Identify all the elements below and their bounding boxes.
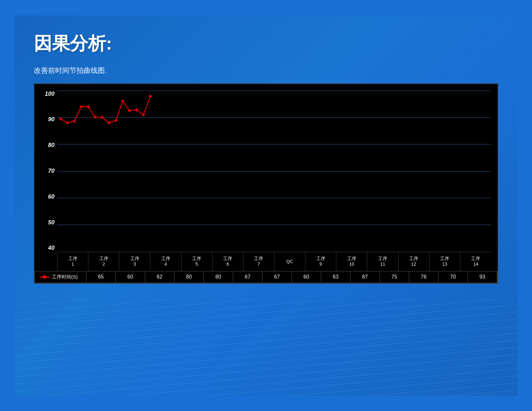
page-title: 因果分析: <box>34 32 498 56</box>
x-label-11: 工序11 <box>367 252 398 271</box>
slide: 因果分析: 改善前时间节拍曲线图. 100 90 80 70 60 50 40 <box>15 15 517 396</box>
data-val-6: 67 <box>233 271 262 283</box>
svg-rect-13 <box>149 94 152 98</box>
legend-label: 工序时间(S) <box>35 271 86 283</box>
data-val-7: 67 <box>262 271 292 283</box>
legend-line-icon <box>40 277 49 278</box>
y-label-70: 70 <box>41 168 57 174</box>
data-val-4: 80 <box>174 271 204 283</box>
y-label-80: 80 <box>41 142 57 149</box>
data-val-14: 93 <box>468 271 497 283</box>
data-val-12: 76 <box>409 271 438 283</box>
y-label-90: 90 <box>41 116 57 123</box>
svg-rect-8 <box>114 118 117 122</box>
x-label-1: 工序1 <box>57 252 88 271</box>
data-val-3: 62 <box>145 271 174 283</box>
data-val-5: 80 <box>204 271 233 283</box>
x-label-4: 工序4 <box>150 252 181 271</box>
y-axis: 100 90 80 70 60 50 40 <box>41 91 57 271</box>
grid-line-50 <box>57 225 491 225</box>
y-label-60: 60 <box>41 193 57 200</box>
grid-line-60 <box>57 198 491 198</box>
y-label-40: 40 <box>41 245 57 251</box>
svg-rect-3 <box>79 105 83 108</box>
x-label-2: 工序2 <box>88 252 119 271</box>
svg-rect-2 <box>73 119 76 123</box>
x-label-qc: QC <box>274 252 305 271</box>
x-label-14: 工序14 <box>460 252 491 271</box>
grid-line-80 <box>57 144 491 144</box>
data-val-1: 65 <box>86 271 116 283</box>
chart-plot: 工序1 工序2 工序3 工序4 工序5 工序6 工序7 QC 工序9 工序10 … <box>57 91 491 271</box>
x-label-6: 工序6 <box>212 252 243 271</box>
x-label-10: 工序10 <box>336 252 367 271</box>
data-val-11: 75 <box>380 271 409 283</box>
x-labels: 工序1 工序2 工序3 工序4 工序5 工序6 工序7 QC 工序9 工序10 … <box>57 252 491 271</box>
x-label-13: 工序13 <box>429 252 460 271</box>
data-table: 工序时间(S) 65 60 62 80 80 67 67 60 63 87 75… <box>34 271 498 283</box>
x-label-7: 工序7 <box>243 252 274 271</box>
legend-text: 工序时间(S) <box>52 274 78 280</box>
grid-line-70 <box>57 171 491 171</box>
data-val-10: 87 <box>350 271 380 283</box>
x-label-12: 工序12 <box>398 252 429 271</box>
x-label-3: 工序3 <box>119 252 150 271</box>
data-val-2: 60 <box>116 271 145 283</box>
x-label-5: 工序5 <box>181 252 212 271</box>
data-values-row: 65 60 62 80 80 67 67 60 63 87 75 76 70 9… <box>86 271 497 283</box>
chart-container: 100 90 80 70 60 50 40 <box>34 83 498 284</box>
y-label-50: 50 <box>41 219 57 226</box>
data-val-13: 70 <box>438 271 468 283</box>
chart-area: 100 90 80 70 60 50 40 <box>41 91 491 271</box>
legend-diamond-icon <box>42 274 47 279</box>
data-val-9: 63 <box>321 271 350 283</box>
y-label-100: 100 <box>41 91 57 97</box>
x-label-9: 工序9 <box>305 252 336 271</box>
chart-svg <box>57 91 154 139</box>
data-val-qc: 60 <box>292 271 321 283</box>
chart-subtitle: 改善前时间节拍曲线图. <box>34 66 498 75</box>
